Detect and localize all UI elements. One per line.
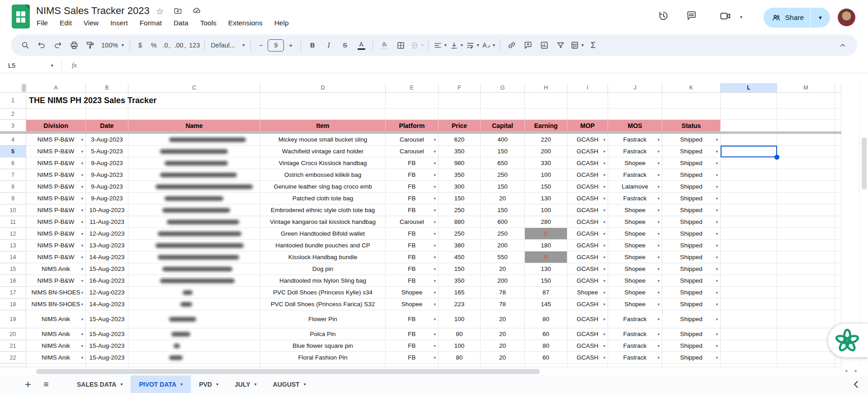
paint-format-icon[interactable] bbox=[82, 38, 99, 53]
row-header-4[interactable]: 4 bbox=[0, 134, 26, 146]
extension-overlay-button[interactable] bbox=[828, 324, 868, 357]
cell-A3[interactable]: Division bbox=[26, 120, 86, 132]
increase-decimals-icon[interactable]: .00→ bbox=[174, 38, 188, 53]
cell-C22[interactable] bbox=[128, 352, 260, 364]
tab-sales-data[interactable]: SALES DATA▾ bbox=[69, 375, 131, 393]
cell-M22[interactable] bbox=[777, 352, 835, 364]
cell-L16[interactable] bbox=[721, 275, 777, 287]
cell-B4[interactable]: 3-Aug-2023 bbox=[86, 134, 128, 146]
cell-dropdown-icon[interactable]: ▾ bbox=[434, 220, 436, 224]
menu-data[interactable]: Data bbox=[168, 18, 194, 28]
cell-dropdown-icon[interactable]: ▾ bbox=[81, 344, 83, 348]
cell-L2[interactable] bbox=[721, 109, 777, 120]
font-family-control[interactable]: Defaul...▾ bbox=[208, 38, 247, 53]
cell-D14[interactable]: Kisslock Handbag bundle bbox=[260, 251, 386, 263]
cell-F13[interactable]: 380 bbox=[439, 240, 481, 251]
row-header-20[interactable]: 20 bbox=[0, 328, 26, 340]
cell-M20[interactable] bbox=[777, 328, 835, 340]
cell-J22[interactable]: Fastrack▾ bbox=[608, 352, 662, 364]
cell-H19[interactable]: 80 bbox=[525, 310, 567, 328]
cell-H6[interactable]: 330 bbox=[525, 157, 567, 169]
cell-dropdown-icon[interactable]: ▾ bbox=[716, 355, 718, 360]
cell-dropdown-icon[interactable]: ▾ bbox=[434, 208, 436, 213]
cell-dropdown-icon[interactable]: ▾ bbox=[81, 232, 83, 236]
cell-J14[interactable]: Shopee▾ bbox=[608, 251, 662, 263]
cell-A19[interactable]: NIMS Anik▾ bbox=[26, 310, 86, 328]
cell-J15[interactable]: Shopee▾ bbox=[608, 263, 662, 275]
cell-dropdown-icon[interactable]: ▾ bbox=[657, 279, 660, 283]
cell-G7[interactable]: 250 bbox=[481, 169, 525, 181]
cell-E18[interactable]: Shopee▾ bbox=[386, 298, 439, 310]
column-header-L[interactable]: L bbox=[721, 83, 777, 93]
cell-N16[interactable] bbox=[835, 275, 841, 287]
cell-E1[interactable] bbox=[386, 93, 439, 109]
decrease-decimals-icon[interactable]: .0← bbox=[160, 38, 174, 53]
cell-G14[interactable]: 550 bbox=[481, 251, 525, 263]
cloud-saved-icon[interactable] bbox=[192, 6, 201, 17]
cell-K4[interactable]: Shipped▾ bbox=[662, 134, 721, 146]
cell-dropdown-icon[interactable]: ▾ bbox=[716, 173, 718, 177]
cell-E7[interactable]: FB▾ bbox=[386, 169, 439, 181]
cell-K17[interactable]: Shipped▾ bbox=[662, 287, 721, 298]
cell-dropdown-icon[interactable]: ▾ bbox=[81, 196, 83, 201]
scroll-left-icon[interactable]: ◂ bbox=[845, 368, 847, 373]
cell-L21[interactable] bbox=[721, 340, 777, 352]
name-box[interactable]: L5 ▾ bbox=[0, 62, 58, 69]
scroll-right-icon[interactable]: ▸ bbox=[855, 368, 857, 373]
cell-M11[interactable] bbox=[777, 216, 835, 228]
cell-D18[interactable]: PVC Doll Shoes (Princess Farica) S32 bbox=[260, 298, 386, 310]
sheets-logo-icon[interactable] bbox=[12, 5, 30, 28]
search-menus-icon[interactable] bbox=[17, 38, 33, 53]
cell-D7[interactable]: Ostrich embossed kilikili bag bbox=[260, 169, 386, 181]
cell-dropdown-icon[interactable]: ▾ bbox=[81, 185, 83, 189]
cell-K8[interactable]: Shipped▾ bbox=[662, 181, 721, 193]
cell-K21[interactable]: Shipped▾ bbox=[662, 340, 721, 352]
cell-L4[interactable] bbox=[721, 134, 777, 146]
cell-H16[interactable]: 150 bbox=[525, 275, 567, 287]
cell-F8[interactable]: 300 bbox=[439, 181, 481, 193]
cell-I16[interactable]: GCASH▾ bbox=[567, 275, 608, 287]
cell-dropdown-icon[interactable]: ▾ bbox=[657, 290, 660, 295]
cell-A18[interactable]: NIMS BN-SHOES▾ bbox=[26, 298, 86, 310]
column-header-F[interactable]: F bbox=[439, 83, 481, 93]
version-history-icon[interactable] bbox=[657, 10, 669, 24]
cell-dropdown-icon[interactable]: ▾ bbox=[716, 255, 718, 260]
cell-D9[interactable]: Patched cloth tote bag bbox=[260, 193, 386, 204]
cell-dropdown-icon[interactable]: ▾ bbox=[716, 220, 718, 224]
cell-N1[interactable] bbox=[835, 93, 841, 109]
cell-G12[interactable]: 250 bbox=[481, 228, 525, 240]
cell-N[interactable] bbox=[835, 364, 841, 367]
cell-M17[interactable] bbox=[777, 287, 835, 298]
cell-G[interactable] bbox=[481, 364, 525, 367]
cell-H2[interactable] bbox=[525, 109, 567, 120]
cell-A6[interactable]: NIMS P-B&W▾ bbox=[26, 157, 86, 169]
cell-H13[interactable]: 180 bbox=[525, 240, 567, 251]
cell-C13[interactable] bbox=[128, 240, 260, 251]
row-header-15[interactable]: 15 bbox=[0, 263, 26, 275]
cell-E14[interactable]: FB▾ bbox=[386, 251, 439, 263]
tab-pvd[interactable]: PVD▾ bbox=[191, 375, 226, 393]
cell-G13[interactable]: 200 bbox=[481, 240, 525, 251]
cell-H12[interactable]: 0 bbox=[525, 228, 567, 240]
row-header-13[interactable]: 13 bbox=[0, 240, 26, 251]
cell-dropdown-icon[interactable]: ▾ bbox=[81, 243, 83, 248]
cell-B13[interactable]: 13-Aug-2023 bbox=[86, 240, 128, 251]
column-header-B[interactable]: B bbox=[86, 83, 128, 93]
more-formats-icon[interactable]: 123 bbox=[188, 38, 201, 53]
cell-C15[interactable] bbox=[128, 263, 260, 275]
cell-F9[interactable]: 150 bbox=[439, 193, 481, 204]
cell-K5[interactable]: Shipped▾ bbox=[662, 146, 721, 157]
cell-dropdown-icon[interactable]: ▾ bbox=[716, 317, 718, 322]
cell-E6[interactable]: FB▾ bbox=[386, 157, 439, 169]
borders-icon[interactable] bbox=[392, 38, 409, 53]
cell-dropdown-icon[interactable]: ▾ bbox=[434, 149, 436, 154]
cell-J8[interactable]: Lalamove▾ bbox=[608, 181, 662, 193]
cell-I5[interactable]: GCASH▾ bbox=[567, 146, 608, 157]
cell-dropdown-icon[interactable]: ▾ bbox=[603, 267, 605, 271]
cell-dropdown-icon[interactable]: ▾ bbox=[603, 317, 605, 322]
cell-D8[interactable]: Genuine leather slng bag croco emb bbox=[260, 181, 386, 193]
column-header-M[interactable]: M bbox=[777, 83, 835, 93]
cell-H18[interactable]: 145 bbox=[525, 298, 567, 310]
cell-N2[interactable] bbox=[835, 109, 841, 120]
cell-D19[interactable]: Flower Pin bbox=[260, 310, 386, 328]
